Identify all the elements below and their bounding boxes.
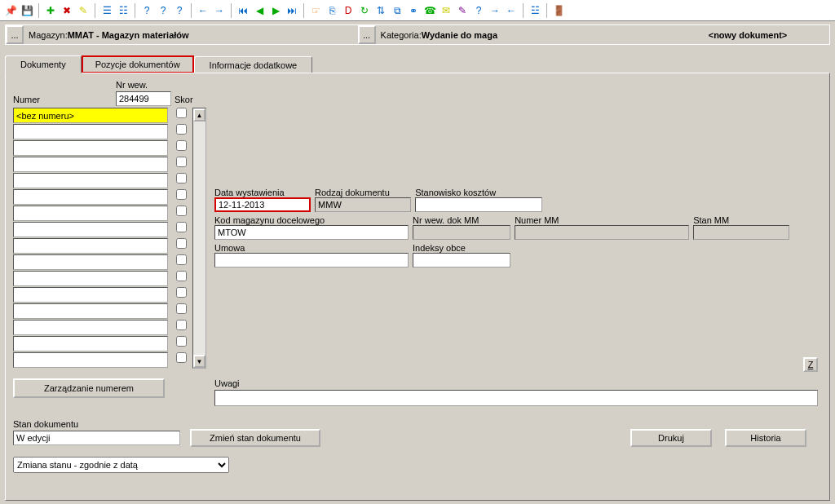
help1-icon[interactable]: ? [139,3,154,18]
skor-checkbox[interactable] [176,108,187,118]
manage-number-button[interactable]: Zarządzanie numerem [13,378,165,398]
skor-checkbox[interactable] [176,222,187,232]
data-wystawienia-input[interactable] [214,197,311,212]
stanowisko-kosztow-input[interactable] [415,197,542,212]
next-icon[interactable]: ▶ [268,3,283,18]
skor-checkbox[interactable] [176,254,187,265]
prev-icon[interactable]: ◀ [252,3,267,18]
indeksy-obce-input[interactable] [413,253,510,267]
toolbar-separator [303,3,304,18]
exit-icon[interactable]: 🚪 [551,3,566,18]
skor-checkbox[interactable] [176,352,187,363]
skor-checkbox[interactable] [176,336,187,347]
skor-checkbox[interactable] [176,238,187,249]
rodzaj-dokumentu-label: Rodzaj dokumentu [315,188,413,197]
sort-icon[interactable]: ⇅ [373,3,388,18]
help3-icon[interactable]: ? [172,3,187,18]
umowa-input[interactable] [214,253,409,267]
skor-checkbox[interactable] [176,140,187,151]
z-button[interactable]: Z [803,357,818,372]
list-item[interactable] [13,189,168,205]
first-icon[interactable]: ⏮ [236,3,250,18]
nav-fwd-icon[interactable]: → [212,3,227,18]
toolbar-separator [135,3,135,18]
tab-pozycje-dokumentow[interactable]: Pozycje dokumentów [82,55,194,73]
skor-check-column [176,108,187,369]
list-item[interactable] [13,157,168,172]
skor-checkbox[interactable] [176,206,187,216]
tab-body: Nr wew. Numer Skor <bez numeru> ▲ ▼ Zarz… [5,73,830,501]
d-icon[interactable]: D [341,3,356,18]
document-list[interactable]: <bez numeru> [13,108,168,369]
save-icon[interactable]: 💾 [20,3,34,18]
add-icon[interactable]: ✚ [43,3,58,18]
list-item[interactable] [13,336,168,351]
nav-fwd2-icon[interactable]: → [488,3,502,18]
nrwew-input[interactable] [116,91,171,106]
toolbar-separator [523,3,524,18]
list-item[interactable] [13,173,168,188]
list-item[interactable] [13,271,168,286]
skor-checkbox[interactable] [176,124,187,135]
kod-magazynu-input[interactable] [214,225,409,240]
kat-browse-button[interactable]: ... [358,25,376,44]
numer-mm-input [515,225,689,240]
print-button[interactable]: Drukuj [630,429,712,447]
misc1-icon[interactable]: ⧉ [390,3,404,18]
list-item[interactable] [13,287,168,303]
list-item[interactable] [13,124,168,139]
uwagi-input[interactable] [214,390,818,406]
copy-icon[interactable]: ⎘ [325,3,339,18]
pin-icon[interactable]: 📌 [3,3,18,18]
hand-icon[interactable]: ☞ [308,3,323,18]
help2-icon[interactable]: ? [156,3,170,18]
tool-extra-icon[interactable]: ☳ [528,3,542,18]
kod-magazynu-label: Kod magazynu docelowego [214,215,410,225]
umowa-label: Umowa [214,243,410,253]
mag-label-text: Magazyn: [29,30,68,40]
skor-checkbox[interactable] [176,271,187,281]
change-state-button[interactable]: Zmień stan dokumentu [190,429,320,447]
list-item[interactable] [13,206,168,221]
help4-icon[interactable]: ? [471,3,486,18]
skor-checkbox[interactable] [176,303,187,314]
stan-dokumentu-input[interactable] [13,431,180,445]
list-item[interactable] [13,320,168,335]
tree1-icon[interactable]: ☰ [99,3,114,18]
phone-icon[interactable]: ☎ [422,3,437,18]
link-icon[interactable]: ⚭ [406,3,421,18]
nav-back-icon[interactable]: ← [196,3,210,18]
skor-checkbox[interactable] [176,287,187,298]
numer-mm-label: Numer MM [515,215,691,225]
toolbar-separator [231,3,232,18]
state-combo[interactable]: Zmiana stanu - zgodnie z datą [13,457,229,473]
skor-checkbox[interactable] [176,157,187,167]
list-item[interactable] [13,352,168,368]
mail-icon[interactable]: ✉ [439,3,453,18]
list-scrollbar[interactable]: ▲ ▼ [192,108,206,369]
skor-checkbox[interactable] [176,173,187,183]
history-button[interactable]: Historia [725,429,806,447]
wand-icon[interactable]: ✎ [455,3,470,18]
edit-icon[interactable]: ✎ [76,3,91,18]
tree2-icon[interactable]: ☷ [116,3,130,18]
list-item[interactable] [13,140,168,156]
tab-bar: Dokumenty Pozycje dokumentów Informacje … [5,55,830,73]
list-item[interactable] [13,303,168,319]
list-item[interactable] [13,222,168,237]
skor-checkbox[interactable] [176,320,187,330]
refresh-icon[interactable]: ↻ [357,3,372,18]
list-item[interactable] [13,254,168,270]
last-icon[interactable]: ⏭ [285,3,299,18]
scroll-down-icon[interactable]: ▼ [193,355,205,368]
tab-informacje-dodatkowe[interactable]: Informacje dodatkowe [194,56,313,73]
skor-checkbox[interactable] [176,189,187,200]
remove-icon[interactable]: ✖ [60,3,74,18]
tab-dokumenty[interactable]: Dokumenty [5,55,82,73]
list-item[interactable] [13,238,168,254]
list-item[interactable]: <bez numeru> [13,108,168,123]
scroll-up-icon[interactable]: ▲ [193,108,205,122]
nav-back2-icon[interactable]: ← [504,3,519,18]
mag-browse-button[interactable]: ... [6,25,24,44]
stan-mm-input [693,225,789,240]
